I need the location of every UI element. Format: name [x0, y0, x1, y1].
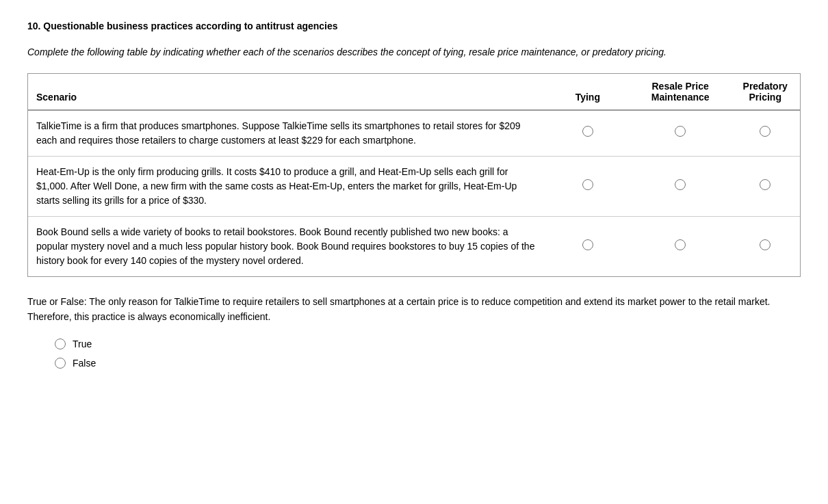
tying-radio-cell-row2 — [545, 157, 630, 217]
resale-radio-row3[interactable] — [675, 239, 686, 250]
tying-radio-row1[interactable] — [582, 126, 593, 137]
col-header-scenario: Scenario — [28, 74, 545, 110]
true-label[interactable]: True — [73, 339, 92, 349]
true-false-statement: True or False: The only reason for Talki… — [27, 294, 801, 325]
resale-radio-cell-row2 — [630, 157, 731, 217]
resale-radio-row2[interactable] — [675, 179, 686, 190]
predatory-radio-row1[interactable] — [760, 126, 771, 137]
question-title: 10. Questionable business practices acco… — [27, 21, 801, 31]
tying-radio-cell-row1 — [545, 110, 630, 157]
false-option: False — [55, 358, 801, 369]
scenario-text-row1: TalkieTime is a firm that produces smart… — [28, 110, 545, 157]
resale-radio-cell-row1 — [630, 110, 731, 157]
tying-radio-row3[interactable] — [582, 239, 593, 250]
col-header-tying: Tying — [545, 74, 630, 110]
true-option: True — [55, 339, 801, 349]
col-header-resale: Resale Price Maintenance — [630, 74, 731, 110]
table-container: Scenario Tying Resale Price Maintenance … — [27, 73, 801, 277]
predatory-radio-row3[interactable] — [760, 239, 771, 250]
true-radio[interactable] — [55, 339, 66, 349]
scenario-text-row2: Heat-Em-Up is the only firm producing gr… — [28, 157, 545, 217]
col-header-predatory: Predatory Pricing — [730, 74, 800, 110]
predatory-radio-row2[interactable] — [760, 179, 771, 190]
predatory-radio-cell-row3 — [730, 217, 800, 277]
question-container: 10. Questionable business practices acco… — [27, 21, 801, 369]
false-radio[interactable] — [55, 358, 66, 369]
table-row: Book Bound sells a wide variety of books… — [28, 217, 800, 277]
resale-radio-cell-row3 — [630, 217, 731, 277]
scenario-table: Scenario Tying Resale Price Maintenance … — [28, 74, 800, 276]
predatory-radio-cell-row2 — [730, 157, 800, 217]
scenario-text-row3: Book Bound sells a wide variety of books… — [28, 217, 545, 277]
table-row: TalkieTime is a firm that produces smart… — [28, 110, 800, 157]
instructions: Complete the following table by indicati… — [27, 45, 801, 59]
predatory-radio-cell-row1 — [730, 110, 800, 157]
resale-radio-row1[interactable] — [675, 126, 686, 137]
true-false-section: True or False: The only reason for Talki… — [27, 294, 801, 369]
tying-radio-row2[interactable] — [582, 179, 593, 190]
false-label[interactable]: False — [73, 358, 96, 369]
table-row: Heat-Em-Up is the only firm producing gr… — [28, 157, 800, 217]
tying-radio-cell-row3 — [545, 217, 630, 277]
